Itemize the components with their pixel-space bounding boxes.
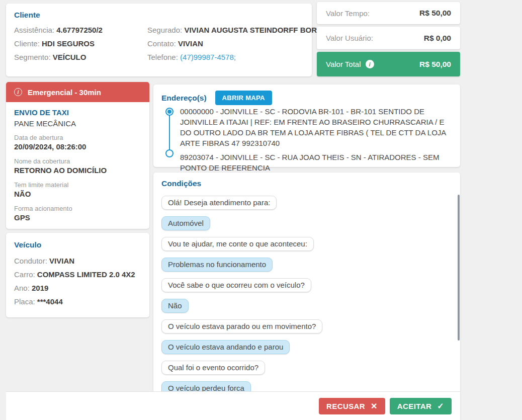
addresses-title: Endereço(s) [161,94,207,103]
year-field: Ano: 2019 [14,284,135,293]
driver-value: VIVIAN [49,257,74,265]
emergency-banner: i Emergencial - 30min [6,82,149,102]
info-circle-icon[interactable]: i [14,88,22,96]
value-user-row: Valor Usuário: R$ 0,00 [317,27,460,49]
conditions-title: Condições [161,179,201,188]
service-dispatch-page: Cliente Assistência: 4.67797250/2 Client… [0,0,522,420]
contact-field: Contato: VIVIAN [147,39,333,48]
destination-dot-icon [165,149,173,157]
client-card: Cliente Assistência: 4.67797250/2 Client… [6,4,312,76]
service-card-body: ENVIO DE TAXI PANE MECÂNICA Data de aber… [6,102,149,223]
emergency-banner-label: Emergencial - 30min [28,88,101,97]
insured-value: VIVIAN AUGUSTA STEINDORFF BORGES [184,26,332,34]
car-label: Carro: [14,270,37,279]
open-date-label: Data de abertura [14,133,141,142]
route-line [169,114,170,151]
segment-value: VEÍCULO [53,53,86,61]
material-limit-field: Tem limite material NÃO [14,181,141,199]
plate-label: Placa: [14,297,37,306]
accept-button-label: ACEITAR [397,402,431,410]
chat-scrollbar[interactable] [458,195,460,341]
chat-message-user: O veículo estava andando e parou [161,340,290,354]
action-bar: RECUSAR ✕ ACEITAR ✓ [6,391,460,420]
plate-field: Placa: ***4044 [14,297,135,306]
year-value: 2019 [32,284,48,292]
assistance-value: 4.67797250/2 [56,26,103,34]
service-problem: PANE MECÂNICA [14,119,141,128]
vehicle-fields: Condutor: VIVIAN Carro: COMPASS LIMITED … [14,257,135,311]
client-fields-right: Segurado: VIVIAN AUGUSTA STEINDORFF BORG… [147,26,333,66]
phone-link[interactable]: (47)99987-4578; [180,53,236,61]
value-total-row: Valor Total i R$ 50,00 [317,52,460,76]
assistance-field: Assistência: 4.67797250/2 [14,26,103,35]
client-field: Cliente: HDI SEGUROS [14,39,103,48]
conditions-card: Condições Olá! Deseja atendimento para: … [153,173,460,420]
origin-address: 00000000 - JOINVILLE - SC - RODOVIA BR-1… [180,106,452,148]
addresses-header: Endereço(s) ABRIR MAPA [161,91,272,105]
vehicle-card: Veículo Condutor: VIVIAN Carro: COMPASS … [6,233,149,317]
contact-value: VIVIAN [178,39,203,48]
chat-message-bot: Você sabe o que ocorreu com o veículo? [161,278,311,292]
address-list: 00000000 - JOINVILLE - SC - RODOVIA BR-1… [180,106,452,177]
open-map-button[interactable]: ABRIR MAPA [215,91,272,105]
coverage-name-value: RETORNO AO DOMICÍLIO [14,165,141,176]
insured-field: Segurado: VIVIAN AUGUSTA STEINDORFF BORG… [147,26,333,35]
assistance-label: Assistência: [14,26,56,34]
year-label: Ano: [14,284,32,292]
value-time-label: Valor Tempo: [326,9,370,18]
driver-label: Condutor: [14,257,49,265]
check-icon: ✓ [437,401,444,411]
vehicle-card-title: Veículo [14,240,41,249]
phone-field: Telefone: (47)99987-4578; [147,53,333,62]
phone-label: Telefone: [147,53,180,61]
chat-message-user: Não [161,299,189,313]
close-icon: ✕ [371,401,378,411]
client-value: HDI SEGUROS [42,39,95,48]
origin-dot-icon [165,108,173,116]
service-name: ENVIO DE TAXI [14,108,141,117]
value-time-row: Valor Tempo: R$ 50,00 [317,2,460,24]
coverage-name-field: Nome da cobertura RETORNO AO DOMICÍLIO [14,157,141,176]
car-field: Carro: COMPASS LIMITED 2.0 4X2 [14,270,135,279]
contact-label: Contato: [147,39,178,48]
chat-message-bot: Qual foi o evento ocorrido? [161,361,265,375]
insured-label: Segurado: [147,26,184,34]
open-date-value: 20/09/2024, 08:26:00 [14,142,141,152]
client-fields-left: Assistência: 4.67797250/2 Cliente: HDI S… [14,26,103,66]
plate-value: ***4044 [37,297,63,306]
value-user-amount: R$ 0,00 [424,34,451,43]
chat-transcript: Olá! Deseja atendimento para: Automóvel … [161,196,322,395]
car-value: COMPASS LIMITED 2.0 4X2 [37,270,135,279]
info-icon[interactable]: i [366,60,374,68]
chat-message-bot: Vou te ajudar, me conte o que aconteceu: [161,237,314,251]
material-limit-value: NÃO [14,189,141,199]
segment-label: Segmento: [14,53,53,61]
chat-message-user: Problemas no funcionamento [161,258,273,272]
client-label: Cliente: [14,39,42,48]
segment-field: Segmento: VEÍCULO [14,53,103,62]
value-total-label: Valor Total [326,60,361,68]
accept-button[interactable]: ACEITAR ✓ [390,398,452,414]
service-card: i Emergencial - 30min ENVIO DE TAXI PANE… [6,82,149,229]
chat-message-bot: O veículo estava parado ou em movimento? [161,319,322,333]
destination-address: 89203074 - JOINVILLE - SC - RUA JOAO THE… [180,152,452,173]
activation-mode-label: Forma acionamento [14,204,141,213]
material-limit-label: Tem limite material [14,181,141,189]
value-total-label-group: Valor Total i [326,60,374,68]
activation-mode-field: Forma acionamento GPS [14,204,141,223]
open-date-field: Data de abertura 20/09/2024, 08:26:00 [14,133,141,152]
coverage-name-label: Nome da cobertura [14,157,141,165]
activation-mode-value: GPS [14,213,141,223]
value-total-amount: R$ 50,00 [419,60,451,69]
client-card-title: Cliente [14,11,40,20]
chat-message-user: Automóvel [161,216,210,230]
driver-field: Condutor: VIVIAN [14,257,135,266]
chat-message-bot: Olá! Deseja atendimento para: [161,196,277,210]
addresses-card: Endereço(s) ABRIR MAPA 00000000 - JOINVI… [153,85,460,167]
reject-button[interactable]: RECUSAR ✕ [319,398,385,414]
value-time-amount: R$ 50,00 [419,9,451,18]
value-user-label: Valor Usuário: [326,34,373,42]
reject-button-label: RECUSAR [326,402,365,410]
